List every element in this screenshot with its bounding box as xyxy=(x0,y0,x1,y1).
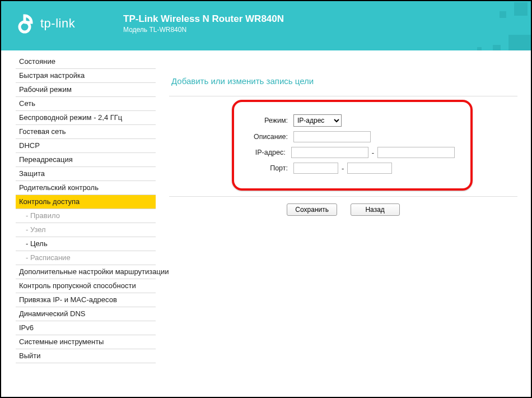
form-highlight-box: Режим: IP-адрес Описание: IP-адрес: - П xyxy=(232,100,473,191)
sidebar-item[interactable]: - Расписание xyxy=(16,251,156,265)
sidebar-item[interactable]: Системные инструменты xyxy=(16,335,156,349)
mode-label: Режим: xyxy=(240,117,293,124)
port-range-dash: - xyxy=(338,164,347,173)
sidebar-item[interactable]: Состояние xyxy=(16,55,156,69)
row-description: Описание: xyxy=(240,131,455,142)
page-title: Добавить или изменить запись цели xyxy=(171,76,517,86)
port-from-input[interactable] xyxy=(293,163,338,174)
sidebar-item[interactable]: Привязка IP- и MAC-адресов xyxy=(16,293,156,307)
sidebar-item[interactable]: Выйти xyxy=(16,349,156,363)
main-menu: СостояниеБыстрая настройкаРабочий режимС… xyxy=(16,55,156,363)
divider xyxy=(169,96,517,96)
sidebar: СостояниеБыстрая настройкаРабочий режимС… xyxy=(1,50,156,397)
description-label: Описание: xyxy=(240,133,293,141)
mode-select[interactable]: IP-адрес xyxy=(293,114,342,127)
ip-from-input[interactable] xyxy=(291,147,368,158)
sidebar-item[interactable]: Сеть xyxy=(16,97,156,111)
sidebar-item[interactable]: - Узел xyxy=(16,223,156,237)
product-model: Модель TL-WR840N xyxy=(123,26,284,34)
sidebar-item[interactable]: Дополнительные настройки маршрутизации xyxy=(16,265,156,279)
port-label: Порт: xyxy=(240,164,293,172)
row-ip: IP-адрес: - xyxy=(240,147,455,158)
sidebar-item[interactable]: Контроль пропускной способности xyxy=(16,279,156,293)
ip-to-input[interactable] xyxy=(377,147,455,158)
row-mode: Режим: IP-адрес xyxy=(240,114,455,127)
sidebar-item[interactable]: DHCP xyxy=(16,139,156,153)
row-port: Порт: - xyxy=(240,163,455,174)
sidebar-item[interactable]: Гостевая сеть xyxy=(16,125,156,139)
button-bar: Сохранить Назад xyxy=(169,203,517,216)
header-titles: TP-Link Wireless N Router WR840N Модель … xyxy=(123,13,284,34)
sidebar-item[interactable]: Быстрая настройка xyxy=(16,69,156,83)
description-input[interactable] xyxy=(293,131,371,142)
divider xyxy=(169,196,517,197)
ip-label: IP-адрес: xyxy=(240,149,291,156)
sidebar-item[interactable]: Динамический DNS xyxy=(16,307,156,321)
sidebar-item[interactable]: Защита xyxy=(16,167,156,181)
brand-name: tp-link xyxy=(40,16,75,31)
sidebar-item[interactable]: IPv6 xyxy=(16,321,156,335)
sidebar-item[interactable]: Рабочий режим xyxy=(16,83,156,97)
main-content: Добавить или изменить запись цели Режим:… xyxy=(156,50,531,397)
save-button[interactable]: Сохранить xyxy=(287,203,337,216)
back-button[interactable]: Назад xyxy=(351,203,400,216)
sidebar-item[interactable]: Беспроводной режим - 2,4 ГГц xyxy=(16,111,156,125)
port-to-input[interactable] xyxy=(347,163,392,174)
ip-range-dash: - xyxy=(368,149,377,157)
header: tp-link TP-Link Wireless N Router WR840N… xyxy=(1,1,531,50)
sidebar-item[interactable]: - Правило xyxy=(16,209,156,223)
sidebar-item[interactable]: Контроль доступа xyxy=(16,195,156,209)
sidebar-item[interactable]: Переадресация xyxy=(16,153,156,167)
sidebar-item[interactable]: - Цель xyxy=(16,237,156,251)
sidebar-item[interactable]: Родительский контроль xyxy=(16,181,156,195)
tp-link-logo-icon xyxy=(17,13,37,34)
product-title: TP-Link Wireless N Router WR840N xyxy=(123,13,284,25)
